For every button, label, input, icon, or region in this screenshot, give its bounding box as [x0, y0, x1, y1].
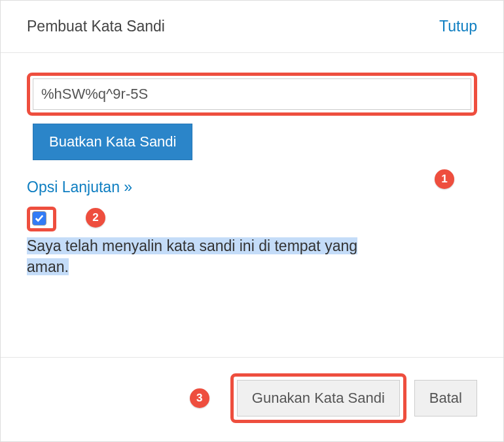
annotation-badge-2: 2: [86, 208, 105, 228]
password-input[interactable]: [33, 78, 471, 110]
modal-title: Pembuat Kata Sandi: [27, 18, 165, 35]
confirm-label: Saya telah menyalin kata sandi ini di te…: [27, 235, 477, 277]
confirm-text-line1: Saya telah menyalin kata sandi ini di te…: [27, 237, 357, 254]
cancel-button[interactable]: Batal: [414, 380, 477, 416]
close-link[interactable]: Tutup: [439, 18, 477, 35]
password-field-highlight: [27, 73, 477, 116]
confirm-text-line2: aman.: [27, 258, 69, 275]
advanced-options-link[interactable]: Opsi Lanjutan »: [27, 178, 132, 196]
modal-footer: 3 Gunakan Kata Sandi Batal: [1, 357, 503, 441]
modal-body: 1 Buatkan Kata Sandi Opsi Lanjutan » 2 S…: [1, 53, 503, 357]
use-password-button[interactable]: Gunakan Kata Sandi: [237, 380, 400, 416]
use-password-highlight: Gunakan Kata Sandi: [230, 373, 406, 423]
confirm-row: 2 Saya telah menyalin kata sandi ini di …: [27, 207, 477, 277]
confirm-checkbox[interactable]: [32, 211, 46, 226]
generate-password-button[interactable]: Buatkan Kata Sandi: [33, 124, 192, 160]
password-generator-modal: Pembuat Kata Sandi Tutup 1 Buatkan Kata …: [0, 0, 504, 442]
checkbox-highlight: [27, 207, 56, 231]
modal-header: Pembuat Kata Sandi Tutup: [1, 1, 503, 53]
annotation-badge-1: 1: [435, 169, 454, 189]
check-icon: [35, 214, 44, 223]
annotation-badge-3: 3: [190, 388, 209, 408]
